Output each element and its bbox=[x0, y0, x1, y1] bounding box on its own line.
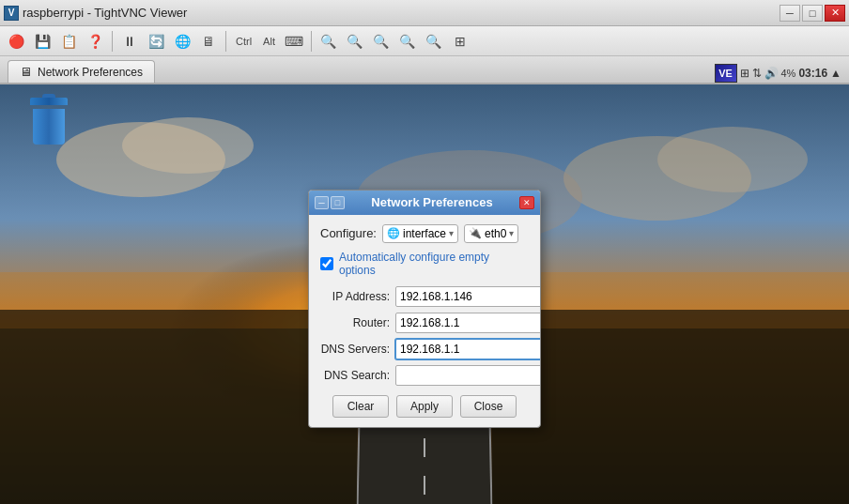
toolbar-btn-refresh[interactable]: 🔄 bbox=[144, 29, 168, 53]
toolbar-sep-2 bbox=[225, 31, 226, 52]
ip-address-input[interactable] bbox=[395, 286, 541, 307]
auto-configure-row: Automatically configure empty options bbox=[320, 251, 529, 277]
router-label: Router: bbox=[320, 316, 395, 329]
router-input[interactable] bbox=[395, 313, 541, 333]
tray-network-icon: ⇅ bbox=[752, 67, 762, 80]
close-dialog-button[interactable]: Close bbox=[460, 395, 517, 418]
minimize-button[interactable]: ─ bbox=[780, 5, 800, 22]
modal-overlay: ─ □ Network Preferences ✕ Configure: 🌐 i… bbox=[0, 84, 849, 504]
toolbar-btn-clipboard[interactable]: 📋 bbox=[56, 29, 81, 53]
main-content: ─ □ Network Preferences ✕ Configure: 🌐 i… bbox=[0, 84, 849, 504]
dns-servers-input[interactable] bbox=[395, 339, 541, 359]
ip-address-row: IP Address: bbox=[320, 286, 529, 307]
auto-configure-checkbox[interactable] bbox=[320, 257, 333, 270]
dns-search-row: DNS Search: bbox=[320, 365, 529, 386]
toolbar: 🔴 💾 📋 ❓ ⏸ 🔄 🌐 🖥 Ctrl Alt ⌨ 🔍 🔍 🔍 🔍 🔍 ⊞ bbox=[0, 26, 849, 56]
toolbar-btn-zoom-in[interactable]: 🔍 bbox=[343, 29, 367, 53]
dns-servers-row: DNS Servers: bbox=[320, 339, 529, 359]
interface-dropdown[interactable]: 🌐 interface ▾ bbox=[382, 224, 458, 243]
toolbar-btn-pause[interactable]: ⏸ bbox=[117, 29, 142, 53]
interface-label: interface bbox=[403, 227, 446, 240]
modal-close-button[interactable]: ✕ bbox=[519, 196, 534, 209]
modal-maximize-button[interactable]: □ bbox=[331, 196, 345, 209]
toolbar-sep-3 bbox=[311, 31, 312, 52]
window-title: raspberrypi - TightVNC Viewer bbox=[23, 6, 187, 20]
modal-title-bar: ─ □ Network Preferences ✕ bbox=[309, 191, 540, 215]
toolbar-btn-zoom-custom[interactable]: 🔍 bbox=[422, 29, 446, 53]
toolbar-btn-zoom-out[interactable]: 🔍 bbox=[369, 29, 394, 53]
tray-arrow-icon: ▲ bbox=[830, 67, 841, 80]
interface-dropdown-arrow: ▾ bbox=[449, 228, 454, 238]
window-controls: ─ □ ✕ bbox=[780, 5, 845, 22]
toolbar-sep-1 bbox=[112, 31, 113, 52]
dns-search-label: DNS Search: bbox=[320, 369, 395, 382]
network-preferences-dialog: ─ □ Network Preferences ✕ Configure: 🌐 i… bbox=[308, 190, 541, 428]
tray-bt-icon: ⊞ bbox=[740, 67, 749, 80]
modal-title: Network Preferences bbox=[345, 195, 519, 209]
apply-button[interactable]: Apply bbox=[396, 395, 453, 418]
ip-address-label: IP Address: bbox=[320, 290, 395, 303]
maximize-button[interactable]: □ bbox=[802, 5, 823, 22]
toolbar-btn-save[interactable]: 💾 bbox=[30, 29, 54, 53]
tray-battery-text: 4% bbox=[781, 68, 796, 79]
modal-minimize-button[interactable]: ─ bbox=[315, 196, 329, 209]
tab-bar: 🖥 Network Preferences VE ⊞ ⇅ 🔊 4% 03:16 … bbox=[0, 56, 849, 84]
toolbar-btn-1[interactable]: 🔴 bbox=[4, 29, 28, 53]
clear-button[interactable]: Clear bbox=[332, 395, 389, 418]
toolbar-btn-network[interactable]: 🌐 bbox=[170, 29, 194, 53]
toolbar-btn-ctrl[interactable]: Ctrl bbox=[231, 29, 256, 53]
button-row: Clear Apply Close bbox=[320, 395, 529, 418]
eth0-dropdown[interactable]: 🔌 eth0 ▾ bbox=[464, 224, 518, 243]
toolbar-btn-terminal[interactable]: 🖥 bbox=[196, 29, 221, 53]
configure-label: Configure: bbox=[320, 226, 377, 240]
app-icon: V bbox=[4, 6, 19, 21]
auto-configure-label: Automatically configure empty options bbox=[339, 251, 529, 277]
tab-icon: 🖥 bbox=[20, 65, 32, 79]
configure-row: Configure: 🌐 interface ▾ 🔌 eth0 ▾ bbox=[320, 224, 529, 243]
title-bar: V raspberrypi - TightVNC Viewer ─ □ ✕ bbox=[0, 0, 849, 26]
eth0-dropdown-arrow: ▾ bbox=[509, 228, 514, 238]
title-bar-left: V raspberrypi - TightVNC Viewer bbox=[4, 6, 187, 21]
tray-ve-icon: VE bbox=[715, 64, 737, 83]
toolbar-btn-alt[interactable]: Alt bbox=[258, 29, 280, 53]
tray-time: 03:16 bbox=[798, 67, 827, 80]
toolbar-btn-help[interactable]: ❓ bbox=[83, 29, 107, 53]
dns-servers-label: DNS Servers: bbox=[320, 343, 395, 356]
close-button[interactable]: ✕ bbox=[825, 5, 845, 22]
tab-label: Network Preferences bbox=[38, 66, 143, 79]
eth0-label: eth0 bbox=[485, 227, 506, 240]
tray-volume-icon: 🔊 bbox=[764, 67, 779, 80]
modal-body: Configure: 🌐 interface ▾ 🔌 eth0 ▾ bbox=[309, 215, 540, 427]
toolbar-btn-keyboard[interactable]: ⌨ bbox=[282, 29, 306, 53]
toolbar-btn-zoom-fit[interactable]: 🔍 bbox=[316, 29, 341, 53]
router-row: Router: bbox=[320, 313, 529, 333]
dns-search-input[interactable] bbox=[395, 365, 541, 386]
toolbar-btn-zoom-reset[interactable]: 🔍 bbox=[395, 29, 420, 53]
network-preferences-tab[interactable]: 🖥 Network Preferences bbox=[8, 60, 155, 83]
toolbar-btn-fullscreen[interactable]: ⊞ bbox=[448, 29, 472, 53]
